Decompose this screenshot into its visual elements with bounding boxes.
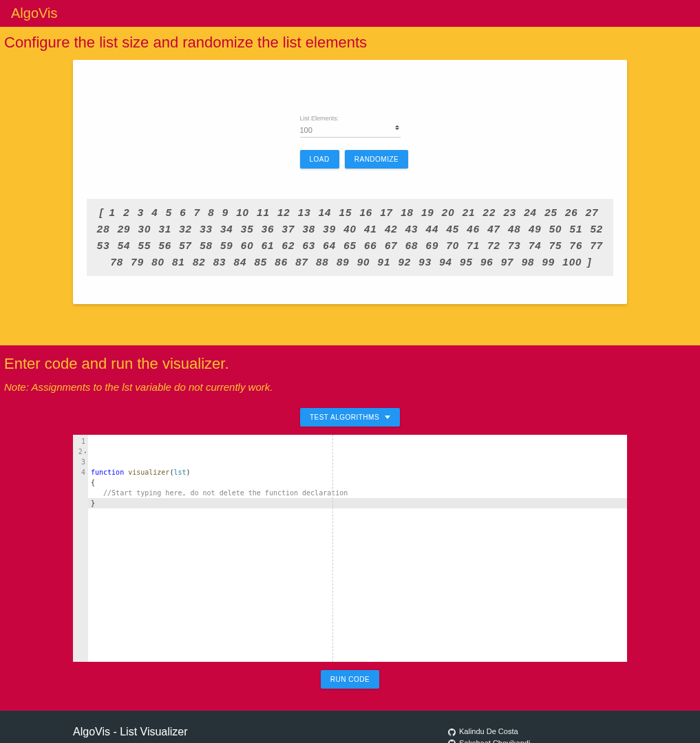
editor-code-area[interactable]: function visualizer(lst){ //Start typing… bbox=[88, 435, 627, 662]
list-number: 97 bbox=[499, 254, 516, 270]
list-number: 7 bbox=[192, 204, 202, 221]
list-number: 57 bbox=[177, 237, 194, 254]
list-number: 37 bbox=[280, 221, 297, 237]
list-number: 9 bbox=[220, 204, 231, 221]
github-icon bbox=[448, 727, 456, 736]
spinner-down-icon[interactable] bbox=[395, 128, 399, 130]
list-number: 80 bbox=[149, 254, 167, 270]
list-number: 61 bbox=[259, 237, 277, 254]
list-number: 25 bbox=[542, 204, 560, 221]
list-number: 89 bbox=[335, 254, 352, 270]
run-code-button[interactable]: RUN CODE bbox=[321, 670, 379, 689]
code-section-title: Enter code and run the visualizer. bbox=[0, 354, 700, 381]
list-number: 38 bbox=[300, 221, 317, 237]
line-number: 1 bbox=[74, 436, 85, 446]
list-number: 82 bbox=[191, 254, 208, 270]
list-number: 87 bbox=[293, 254, 310, 270]
list-number: 52 bbox=[588, 221, 605, 237]
list-number: 22 bbox=[481, 204, 498, 221]
list-number: 59 bbox=[218, 237, 235, 254]
list-number: 6 bbox=[178, 204, 188, 221]
list-number: 43 bbox=[403, 221, 421, 237]
list-elements-input[interactable] bbox=[300, 126, 401, 134]
list-number: 73 bbox=[506, 237, 523, 254]
list-number: 33 bbox=[198, 221, 215, 237]
contributor-link[interactable]: Kalindu De Costa bbox=[448, 727, 627, 736]
list-number: 16 bbox=[357, 204, 374, 221]
contributor-link[interactable]: Sakshaat Choyikandi bbox=[448, 739, 627, 743]
list-elements-label: List Elements: bbox=[300, 115, 401, 122]
footer-title: AlgoVis - List Visualizer bbox=[73, 726, 421, 738]
list-number: 17 bbox=[378, 204, 395, 221]
list-number: 24 bbox=[522, 204, 539, 221]
list-number: 5 bbox=[164, 204, 174, 221]
list-number: 12 bbox=[275, 204, 293, 221]
test-algorithms-button[interactable]: TEST ALGORITHMS bbox=[300, 408, 400, 427]
list-number: 63 bbox=[300, 237, 317, 254]
list-number: 67 bbox=[383, 237, 400, 254]
list-number: 93 bbox=[416, 254, 434, 270]
list-number: 98 bbox=[520, 254, 537, 270]
config-button-row: LOAD RANDOMIZE bbox=[300, 150, 401, 169]
list-number: 27 bbox=[584, 204, 601, 221]
list-number: 10 bbox=[234, 204, 251, 221]
list-number: 26 bbox=[563, 204, 580, 221]
list-number: 15 bbox=[337, 204, 354, 221]
list-elements-input-wrap[interactable] bbox=[300, 123, 401, 138]
spinner-up-icon[interactable] bbox=[395, 125, 399, 127]
github-icon bbox=[448, 739, 456, 743]
list-number: 31 bbox=[156, 221, 173, 237]
header-bar: AlgoVis bbox=[0, 0, 700, 27]
list-number: 34 bbox=[218, 221, 235, 237]
list-number: 41 bbox=[362, 221, 379, 237]
app-title: AlgoVis bbox=[11, 6, 689, 21]
list-number: 8 bbox=[206, 204, 216, 221]
list-number: 100 bbox=[560, 254, 584, 270]
list-number: 86 bbox=[273, 254, 290, 270]
code-editor[interactable]: 1234 function visualizer(lst){ //Start t… bbox=[73, 435, 627, 662]
list-elements-group: List Elements: bbox=[300, 115, 401, 138]
list-number: 66 bbox=[362, 237, 379, 254]
list-number: 76 bbox=[568, 237, 585, 254]
code-line: function visualizer(lst) bbox=[91, 467, 624, 477]
code-section: Enter code and run the visualizer. Note:… bbox=[0, 345, 700, 711]
list-number: 11 bbox=[255, 204, 272, 221]
config-section: Configure the list size and randomize th… bbox=[0, 27, 700, 345]
list-number: 90 bbox=[355, 254, 372, 270]
list-number: 78 bbox=[108, 254, 125, 270]
list-number: 49 bbox=[527, 221, 544, 237]
list-number: 71 bbox=[465, 237, 482, 254]
list-number: 1 bbox=[107, 204, 118, 221]
code-section-note: Note: Assignments to the lst variable do… bbox=[0, 381, 700, 404]
list-number: 65 bbox=[341, 237, 359, 254]
line-number: 4 bbox=[74, 467, 85, 477]
footer-contributors: Kalindu De CostaSakshaat Choyikandi bbox=[448, 726, 627, 743]
load-button[interactable]: LOAD bbox=[300, 150, 339, 169]
list-number: 36 bbox=[259, 221, 277, 237]
list-number: 19 bbox=[419, 204, 436, 221]
list-number: 23 bbox=[501, 204, 518, 221]
list-number: 96 bbox=[478, 254, 496, 270]
list-number: 99 bbox=[540, 254, 557, 270]
editor-gutter: 1234 bbox=[73, 435, 88, 662]
list-number: 21 bbox=[460, 204, 478, 221]
code-line: //Start typing here, do not delete the f… bbox=[91, 488, 624, 498]
list-number: 77 bbox=[588, 237, 605, 254]
list-number: 48 bbox=[506, 221, 523, 237]
test-algorithms-label: TEST ALGORITHMS bbox=[310, 413, 379, 421]
list-number: 81 bbox=[170, 254, 187, 270]
list-number: 18 bbox=[399, 204, 416, 221]
number-spinner[interactable] bbox=[395, 123, 401, 131]
footer: AlgoVis - List Visualizer Visualize any … bbox=[0, 711, 700, 743]
contributor-name: Kalindu De Costa bbox=[459, 727, 518, 735]
list-number: 28 bbox=[95, 221, 112, 237]
chevron-down-icon bbox=[385, 416, 390, 419]
list-number: 75 bbox=[547, 237, 564, 254]
contributor-name: Sakshaat Choyikandi bbox=[459, 739, 530, 743]
list-number: 58 bbox=[198, 237, 215, 254]
randomize-button[interactable]: RANDOMIZE bbox=[345, 150, 409, 169]
list-display: [ 1 2 3 4 5 6 7 8 9 10 11 12 13 14 15 16… bbox=[87, 199, 613, 276]
list-number: 60 bbox=[239, 237, 256, 254]
list-number: 91 bbox=[376, 254, 393, 270]
list-number: 55 bbox=[136, 237, 153, 254]
